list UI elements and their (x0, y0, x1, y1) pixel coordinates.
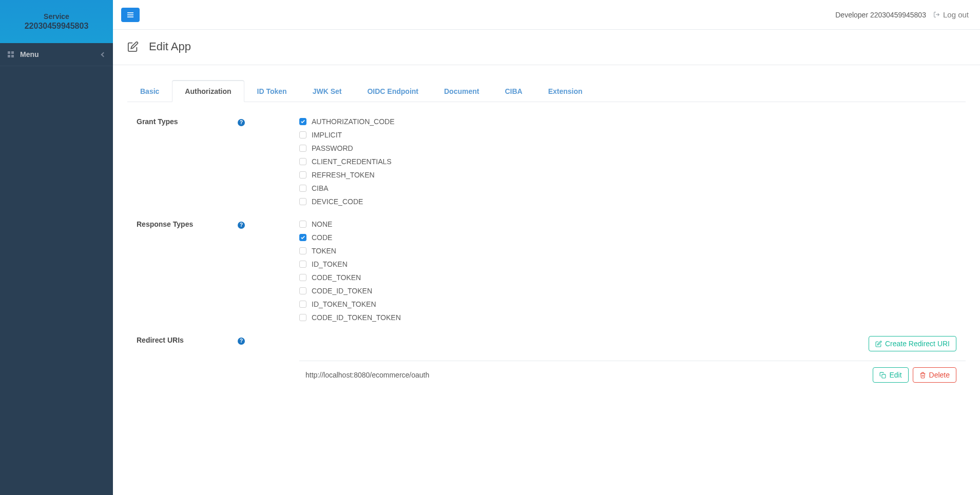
response-type-option-label: NONE (312, 220, 332, 228)
edit-icon (127, 41, 139, 52)
help-icon[interactable]: ? (238, 222, 245, 229)
tab-extension[interactable]: Extension (535, 80, 595, 102)
response-type-option-label: CODE_ID_TOKEN_TOKEN (312, 313, 401, 322)
grant-type-option: CIBA (299, 184, 966, 192)
response-type-checkbox[interactable] (299, 301, 306, 308)
grant-type-option: CLIENT_CREDENTIALS (299, 157, 966, 166)
edit-icon (875, 341, 882, 347)
delete-label: Delete (929, 371, 950, 379)
response-type-option: CODE_ID_TOKEN (299, 287, 966, 295)
grant-types-label: Grant Types (137, 117, 238, 206)
grant-type-option: PASSWORD (299, 144, 966, 152)
grant-type-checkbox[interactable] (299, 118, 306, 125)
check-icon (300, 235, 305, 240)
response-types-row: Response Types ? NONECODETOKENID_TOKENCO… (137, 220, 966, 322)
redirect-entries: http://localhost:8080/ecommerce/oauthEdi… (299, 361, 966, 383)
response-types-label: Response Types (137, 220, 238, 322)
tab-id-token[interactable]: ID Token (244, 80, 300, 102)
main-content: Developer 22030459945803 Log out Edit (113, 0, 980, 495)
grant-type-checkbox[interactable] (299, 198, 306, 205)
grant-type-option-label: PASSWORD (312, 144, 353, 152)
chevron-left-icon (101, 52, 106, 57)
trash-icon (919, 372, 926, 379)
page-header: Edit App (113, 30, 980, 65)
response-type-option-label: TOKEN (312, 247, 336, 255)
hamburger-icon (126, 11, 134, 19)
grant-type-checkbox[interactable] (299, 171, 306, 179)
response-type-option: ID_TOKEN (299, 260, 966, 268)
response-type-checkbox[interactable] (299, 314, 306, 321)
response-type-option-label: CODE_TOKEN (312, 273, 361, 282)
redirect-uri-actions: EditDelete (873, 367, 956, 383)
logout-link[interactable]: Log out (933, 10, 969, 19)
response-type-checkbox[interactable] (299, 247, 306, 254)
grant-type-option: IMPLICIT (299, 131, 966, 139)
response-type-checkbox[interactable] (299, 221, 306, 228)
grant-type-checkbox[interactable] (299, 131, 306, 138)
grid-icon (8, 51, 14, 57)
logout-icon (933, 11, 940, 18)
edit-redirect-uri-button[interactable]: Edit (873, 367, 908, 383)
tab-oidc-endpoint[interactable]: OIDC Endpoint (354, 80, 431, 102)
redirect-uri-url: http://localhost:8080/ecommerce/oauth (305, 371, 429, 379)
response-types-list: NONECODETOKENID_TOKENCODE_TOKENCODE_ID_T… (299, 220, 966, 322)
grant-types-list: AUTHORIZATION_CODEIMPLICITPASSWORDCLIENT… (299, 117, 966, 206)
response-type-option: CODE_TOKEN (299, 273, 966, 282)
tab-document[interactable]: Document (431, 80, 492, 102)
response-type-option: TOKEN (299, 247, 966, 255)
page-title: Edit App (149, 40, 191, 53)
content-area: BasicAuthorizationID TokenJWK SetOIDC En… (113, 65, 980, 411)
form-body: Grant Types ? AUTHORIZATION_CODEIMPLICIT… (127, 102, 966, 383)
hamburger-button[interactable] (121, 8, 140, 22)
grant-type-option: REFRESH_TOKEN (299, 171, 966, 179)
create-redirect-uri-button[interactable]: Create Redirect URI (869, 336, 956, 351)
response-type-checkbox[interactable] (299, 234, 306, 241)
response-type-option-label: ID_TOKEN (312, 260, 348, 268)
response-type-option-label: ID_TOKEN_TOKEN (312, 300, 376, 308)
grant-types-row: Grant Types ? AUTHORIZATION_CODEIMPLICIT… (137, 117, 966, 206)
redirect-uri-entry: http://localhost:8080/ecommerce/oauthEdi… (299, 361, 966, 383)
svg-rect-4 (882, 374, 886, 378)
response-type-option: CODE (299, 233, 966, 242)
tabs: BasicAuthorizationID TokenJWK SetOIDC En… (127, 80, 966, 102)
check-icon (300, 119, 305, 124)
response-type-option: CODE_ID_TOKEN_TOKEN (299, 313, 966, 322)
tab-basic[interactable]: Basic (127, 80, 172, 102)
response-type-option: NONE (299, 220, 966, 228)
tab-jwk-set[interactable]: JWK Set (300, 80, 355, 102)
delete-redirect-uri-button[interactable]: Delete (913, 367, 956, 383)
grant-type-checkbox[interactable] (299, 158, 306, 165)
response-type-option-label: CODE (312, 233, 332, 242)
grant-type-option-label: IMPLICIT (312, 131, 342, 139)
grant-type-checkbox[interactable] (299, 145, 306, 152)
grant-type-option-label: REFRESH_TOKEN (312, 171, 375, 179)
response-type-option-label: CODE_ID_TOKEN (312, 287, 372, 295)
grant-type-option-label: CLIENT_CREDENTIALS (312, 157, 392, 166)
sidebar-brand[interactable]: Service 22030459945803 (0, 0, 113, 43)
logout-text: Log out (943, 10, 969, 19)
create-redirect-uri-label: Create Redirect URI (885, 340, 950, 348)
menu-label: Menu (20, 50, 39, 58)
edit-label: Edit (889, 371, 901, 379)
grant-type-option-label: AUTHORIZATION_CODE (312, 117, 395, 126)
service-id: 22030459945803 (5, 22, 108, 31)
user-label: Developer 22030459945803 (835, 11, 926, 19)
help-icon[interactable]: ? (238, 119, 245, 126)
sidebar-menu-toggle[interactable]: Menu (0, 43, 113, 66)
help-icon[interactable]: ? (238, 338, 245, 345)
page-title-wrap: Edit App (127, 40, 966, 53)
redirect-uris-row: Redirect URIs ? Create Redirect URI (137, 336, 966, 383)
grant-type-option: DEVICE_CODE (299, 197, 966, 206)
response-type-checkbox[interactable] (299, 274, 306, 281)
tab-authorization[interactable]: Authorization (172, 80, 244, 102)
response-type-checkbox[interactable] (299, 261, 306, 268)
copy-icon (879, 372, 886, 379)
tab-ciba[interactable]: CIBA (492, 80, 535, 102)
redirect-uris-label: Redirect URIs (137, 336, 238, 383)
response-type-checkbox[interactable] (299, 287, 306, 294)
grant-type-option-label: CIBA (312, 184, 329, 192)
sidebar: Service 22030459945803 Menu (0, 0, 113, 495)
service-text: Service (5, 12, 108, 21)
grant-type-checkbox[interactable] (299, 185, 306, 192)
response-type-option: ID_TOKEN_TOKEN (299, 300, 966, 308)
